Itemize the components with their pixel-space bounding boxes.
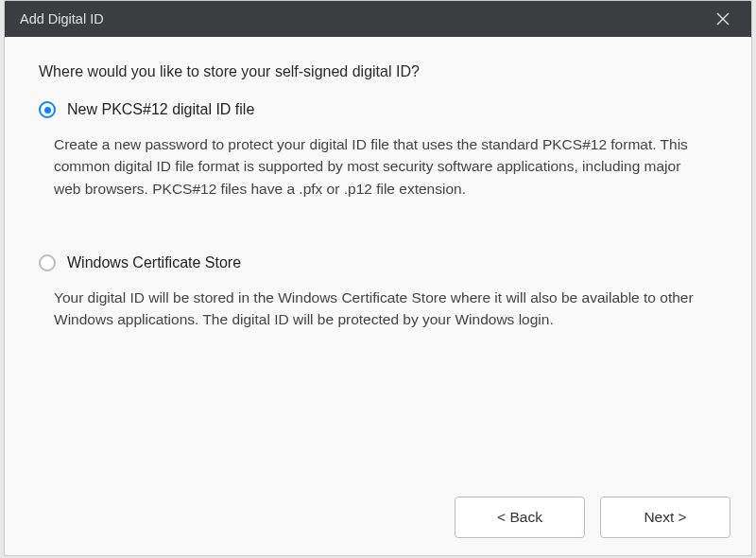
dialog-title: Add Digital ID bbox=[20, 11, 710, 26]
option-windows-store-header[interactable]: Windows Certificate Store bbox=[39, 254, 717, 271]
close-icon bbox=[715, 11, 730, 26]
option-pkcs12-description: Create a new password to protect your di… bbox=[39, 133, 717, 200]
option-pkcs12: New PKCS#12 digital ID file Create a new… bbox=[39, 101, 717, 200]
option-pkcs12-label: New PKCS#12 digital ID file bbox=[67, 101, 254, 118]
page-heading: Where would you like to store your self-… bbox=[39, 63, 717, 80]
options-container: New PKCS#12 digital ID file Create a new… bbox=[39, 101, 717, 462]
option-windows-store: Windows Certificate Store Your digital I… bbox=[39, 254, 717, 331]
radio-windows-store[interactable] bbox=[39, 254, 56, 271]
dialog-content: Where would you like to store your self-… bbox=[5, 37, 751, 481]
close-button[interactable] bbox=[710, 6, 736, 32]
option-pkcs12-header[interactable]: New PKCS#12 digital ID file bbox=[39, 101, 717, 118]
radio-pkcs12[interactable] bbox=[39, 101, 56, 118]
next-button[interactable]: Next > bbox=[600, 497, 730, 538]
option-windows-store-description: Your digital ID will be stored in the Wi… bbox=[39, 287, 717, 331]
dialog-footer: < Back Next > bbox=[5, 481, 751, 555]
add-digital-id-dialog: Add Digital ID Where would you like to s… bbox=[4, 0, 752, 556]
back-button[interactable]: < Back bbox=[455, 497, 585, 538]
option-windows-store-label: Windows Certificate Store bbox=[67, 254, 241, 271]
titlebar: Add Digital ID bbox=[5, 1, 751, 37]
